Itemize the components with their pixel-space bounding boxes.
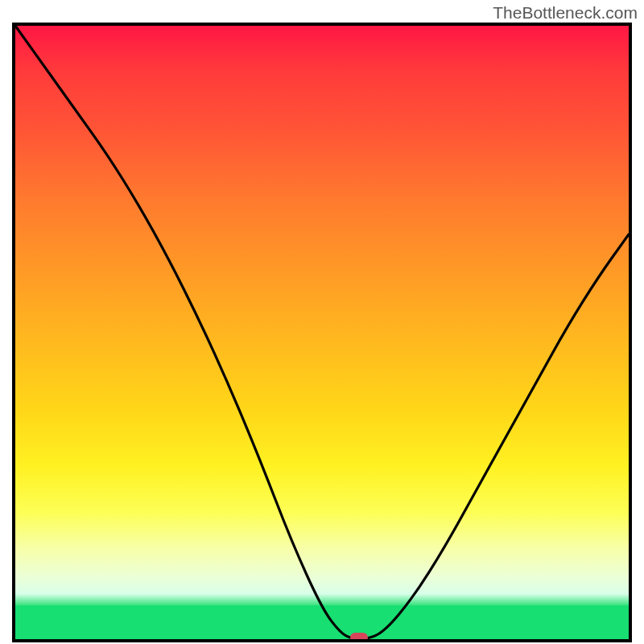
chart-container: TheBottleneck.com — [0, 0, 644, 644]
bottleneck-curve — [12, 23, 632, 642]
marker-pill — [350, 633, 368, 642]
watermark-text: TheBottleneck.com — [493, 3, 638, 23]
curve-path — [15, 26, 629, 639]
